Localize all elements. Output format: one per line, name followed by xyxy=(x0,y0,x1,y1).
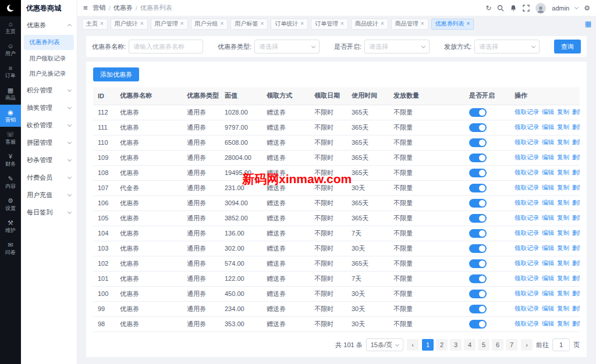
row-action-0[interactable]: 领取记录 xyxy=(515,169,539,176)
gear-icon[interactable]: ⚙ xyxy=(584,5,590,12)
row-action-1[interactable]: 编辑 xyxy=(542,138,554,145)
tab-0[interactable]: 主页× xyxy=(82,19,108,30)
row-action-2[interactable]: 复制 xyxy=(557,290,569,297)
enabled-toggle[interactable] xyxy=(469,184,487,192)
page-button-4[interactable]: 4 xyxy=(464,339,476,351)
next-page-button[interactable]: › xyxy=(521,339,533,351)
row-action-0[interactable]: 领取记录 xyxy=(515,154,539,160)
tab-options-icon[interactable]: ▦ xyxy=(585,20,591,28)
tab-7[interactable]: 商品统计× xyxy=(351,19,388,30)
row-action-3[interactable]: 删除 xyxy=(572,108,580,115)
row-action-0[interactable]: 领取记录 xyxy=(515,259,539,266)
row-action-3[interactable]: 删除 xyxy=(572,123,580,130)
refresh-icon[interactable]: ↻ xyxy=(485,5,491,12)
sidebar-group-1[interactable]: 积分管理 xyxy=(21,81,77,99)
row-action-1[interactable]: 编辑 xyxy=(542,229,554,236)
tab-1[interactable]: 用户统计× xyxy=(111,19,148,30)
close-icon[interactable]: × xyxy=(381,21,384,27)
close-icon[interactable]: × xyxy=(100,21,104,27)
row-action-1[interactable]: 编辑 xyxy=(542,184,554,191)
row-action-3[interactable]: 删除 xyxy=(572,244,580,251)
close-icon[interactable]: × xyxy=(340,21,344,27)
sidebar-item-0-2[interactable]: 用户兑换记录 xyxy=(21,66,77,81)
row-action-1[interactable]: 编辑 xyxy=(542,154,554,160)
sidebar-item-0-1[interactable]: 用户领取记录 xyxy=(21,51,77,66)
enabled-toggle[interactable] xyxy=(469,290,487,298)
sidebar-group-0[interactable]: 优惠券 xyxy=(21,16,77,34)
rail-item-8[interactable]: ⚙设置 xyxy=(0,193,21,215)
row-action-1[interactable]: 编辑 xyxy=(542,169,554,176)
rail-item-7[interactable]: ✎内容 xyxy=(0,171,21,193)
row-action-0[interactable]: 领取记录 xyxy=(515,138,539,145)
sidebar-group-7[interactable]: 用户充值 xyxy=(21,186,77,204)
page-button-6[interactable]: 6 xyxy=(492,339,503,351)
row-action-3[interactable]: 删除 xyxy=(572,154,580,160)
row-action-2[interactable]: 复制 xyxy=(557,108,569,115)
enabled-toggle[interactable] xyxy=(469,274,487,283)
row-action-0[interactable]: 领取记录 xyxy=(515,320,539,327)
close-icon[interactable]: × xyxy=(180,21,184,27)
row-action-0[interactable]: 领取记录 xyxy=(515,290,539,297)
row-action-3[interactable]: 删除 xyxy=(572,169,580,176)
rail-item-10[interactable]: ✉问卷 xyxy=(0,237,21,259)
row-action-2[interactable]: 复制 xyxy=(557,169,569,176)
tab-4[interactable]: 用户标签× xyxy=(230,19,268,30)
breadcrumb-item-0[interactable]: 营销 xyxy=(93,3,106,12)
enabled-toggle[interactable] xyxy=(469,214,487,223)
row-action-1[interactable]: 编辑 xyxy=(542,305,554,312)
row-action-2[interactable]: 复制 xyxy=(557,199,569,206)
prev-page-button[interactable]: ‹ xyxy=(407,339,418,351)
row-action-3[interactable]: 删除 xyxy=(572,320,580,327)
page-size-select[interactable]: 15条/页 xyxy=(366,338,403,351)
rail-item-6[interactable]: ¥财务 xyxy=(0,149,21,171)
row-action-0[interactable]: 领取记录 xyxy=(515,214,539,221)
row-action-3[interactable]: 删除 xyxy=(572,259,580,266)
sidebar-group-4[interactable]: 拼团管理 xyxy=(21,134,77,151)
row-action-2[interactable]: 复制 xyxy=(557,305,569,312)
user-name[interactable]: admin xyxy=(552,5,569,12)
rail-item-5[interactable]: ☏客服 xyxy=(0,127,21,149)
sidebar-group-2[interactable]: 抽奖管理 xyxy=(21,99,77,116)
close-icon[interactable]: × xyxy=(421,21,424,27)
sidebar-group-6[interactable]: 付费会员 xyxy=(21,169,77,186)
row-action-1[interactable]: 编辑 xyxy=(542,259,554,266)
row-action-2[interactable]: 复制 xyxy=(557,138,569,145)
enabled-toggle[interactable] xyxy=(469,169,487,177)
page-button-3[interactable]: 3 xyxy=(450,339,462,351)
row-action-1[interactable]: 编辑 xyxy=(542,274,554,281)
enabled-toggle[interactable] xyxy=(469,244,487,253)
close-icon[interactable]: × xyxy=(467,21,470,27)
row-action-3[interactable]: 删除 xyxy=(572,214,580,221)
search-button[interactable]: 查询 xyxy=(554,40,581,53)
row-action-2[interactable]: 复制 xyxy=(557,214,569,221)
sidebar-group-3[interactable]: 砍价管理 xyxy=(21,116,77,134)
row-action-0[interactable]: 领取记录 xyxy=(515,123,539,130)
rail-item-9[interactable]: ⚒维护 xyxy=(0,215,21,237)
enabled-toggle[interactable] xyxy=(469,108,487,117)
page-button-2[interactable]: 2 xyxy=(436,339,448,351)
enabled-toggle[interactable] xyxy=(469,123,487,132)
sidebar-group-8[interactable]: 每日签到 xyxy=(21,204,77,221)
row-action-2[interactable]: 复制 xyxy=(557,320,569,327)
row-action-1[interactable]: 编辑 xyxy=(542,244,554,251)
rail-item-1[interactable]: ☺用户 xyxy=(0,38,21,60)
page-button-7[interactable]: 7 xyxy=(506,339,517,351)
enabled-toggle[interactable] xyxy=(469,154,487,162)
grant-method-select[interactable]: 请选择 xyxy=(474,40,540,53)
tab-9[interactable]: 优惠券列表× xyxy=(431,19,474,30)
bell-icon[interactable] xyxy=(510,5,517,12)
tab-3[interactable]: 用户分组× xyxy=(191,19,228,30)
rail-item-3[interactable]: ▦商品 xyxy=(0,83,21,105)
row-action-2[interactable]: 复制 xyxy=(557,244,569,251)
row-action-3[interactable]: 删除 xyxy=(572,305,580,312)
row-action-1[interactable]: 编辑 xyxy=(542,199,554,206)
enabled-toggle[interactable] xyxy=(469,138,487,147)
add-coupon-button[interactable]: 添加优惠券 xyxy=(93,67,139,81)
row-action-2[interactable]: 复制 xyxy=(557,123,569,130)
enabled-toggle[interactable] xyxy=(469,259,487,268)
avatar[interactable] xyxy=(535,3,546,13)
enabled-toggle[interactable] xyxy=(469,320,487,329)
search-icon[interactable] xyxy=(497,5,504,12)
fullscreen-icon[interactable] xyxy=(523,5,530,12)
row-action-3[interactable]: 删除 xyxy=(572,138,580,145)
